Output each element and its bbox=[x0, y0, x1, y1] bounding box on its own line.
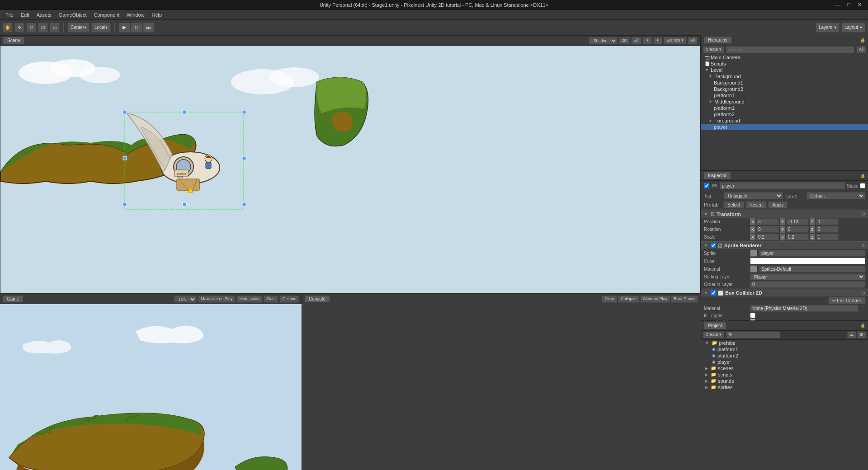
project-grid-btn[interactable]: ⊞ bbox=[857, 331, 866, 338]
hierarchy-item-player[interactable]: player bbox=[701, 124, 868, 130]
project-item-sprites[interactable]: ▶ 📁 sprites bbox=[701, 384, 868, 390]
rot-x-input[interactable] bbox=[756, 226, 779, 233]
project-item-platform1[interactable]: ◆ platform1 bbox=[701, 346, 868, 352]
layer-dropdown[interactable]: Default bbox=[807, 192, 866, 199]
menu-gameobject[interactable]: GameObject bbox=[55, 11, 90, 19]
static-checkbox[interactable] bbox=[860, 183, 865, 188]
box-collider-header[interactable]: ▼ ⬜ Box Collider 2D ⚙ bbox=[701, 289, 868, 296]
maximize-btn[interactable]: □ bbox=[844, 2, 853, 8]
scene-tab[interactable]: Scene bbox=[3, 37, 24, 44]
apply-btn[interactable]: Apply bbox=[768, 201, 788, 208]
scale-tool-btn[interactable]: ⊡ bbox=[38, 23, 48, 33]
rot-z-input[interactable] bbox=[816, 226, 839, 233]
hierarchy-item-scripts[interactable]: 📄 Scripts bbox=[701, 61, 868, 67]
hierarchy-item-middleground[interactable]: ▼ Middleground bbox=[701, 99, 868, 105]
transform-header[interactable]: ▼ ⊞ Transform ⚙ bbox=[701, 210, 868, 218]
revert-btn[interactable]: Revert bbox=[745, 201, 767, 208]
close-btn[interactable]: ✕ bbox=[855, 2, 864, 8]
game-gizmos-btn[interactable]: Gizmos bbox=[279, 296, 299, 303]
audio-btn[interactable]: 🔊 bbox=[631, 37, 642, 44]
rect-tool-btn[interactable]: ▭ bbox=[50, 23, 60, 33]
is-trigger-checkbox[interactable] bbox=[750, 313, 755, 318]
object-enabled-checkbox[interactable] bbox=[704, 183, 709, 188]
pivot-dropdown[interactable]: Center ▾ bbox=[67, 23, 90, 33]
project-item-platform2[interactable]: ◆ platform2 bbox=[701, 352, 868, 359]
hierarchy-search[interactable] bbox=[726, 46, 854, 53]
hierarchy-all-btn[interactable]: All bbox=[856, 46, 866, 53]
shading-dropdown[interactable]: Shaded bbox=[589, 37, 618, 44]
collider-material-field[interactable] bbox=[750, 305, 859, 312]
order-in-layer-field[interactable] bbox=[750, 281, 865, 288]
lights-btn[interactable]: ☀ bbox=[643, 37, 652, 44]
project-item-sounds[interactable]: ▶ 📁 sounds bbox=[701, 378, 868, 384]
tag-dropdown[interactable]: Untagged bbox=[724, 192, 783, 199]
move-tool-btn[interactable]: ✛ bbox=[14, 23, 24, 33]
step-button[interactable]: ⏭ bbox=[143, 23, 155, 33]
minimize-btn[interactable]: — bbox=[832, 2, 843, 8]
2d-toggle[interactable]: 2D bbox=[619, 37, 630, 44]
layout-dropdown[interactable]: Layout ▾ bbox=[841, 23, 865, 33]
clear-on-play-btn[interactable]: Clear on Play bbox=[640, 296, 670, 303]
color-swatch[interactable] bbox=[750, 258, 865, 264]
collapse-btn[interactable]: Collapse bbox=[618, 296, 639, 303]
scene-canvas-area[interactable]: TAPOU MAG ! bbox=[0, 46, 700, 293]
aspect-dropdown[interactable]: 16:9 bbox=[174, 296, 197, 303]
sprite-renderer-header[interactable]: ▼ 🖼 Sprite Renderer ⚙ bbox=[701, 241, 868, 249]
sprite-renderer-enabled[interactable] bbox=[711, 243, 716, 248]
hierarchy-item-platform1-bg[interactable]: platform1 bbox=[701, 92, 868, 99]
gizmos-btn[interactable]: Gizmos ▾ bbox=[664, 37, 686, 44]
scene-canvas[interactable]: TAPOU MAG ! bbox=[0, 46, 700, 293]
menu-window[interactable]: Window bbox=[123, 11, 148, 19]
sorting-layer-dropdown[interactable]: Player bbox=[750, 273, 865, 280]
hierarchy-item-level[interactable]: ▼ Level bbox=[701, 67, 868, 73]
hierarchy-item-foreground[interactable]: ▼ Foreground bbox=[701, 118, 868, 124]
menu-help[interactable]: Help bbox=[148, 11, 165, 19]
menu-component[interactable]: Component bbox=[90, 11, 123, 19]
menu-edit[interactable]: Edit bbox=[17, 11, 33, 19]
fx-btn[interactable]: ✦ bbox=[653, 37, 662, 44]
box-collider-settings[interactable]: ⚙ bbox=[861, 291, 865, 296]
pause-button[interactable]: ⏸ bbox=[131, 23, 142, 33]
box-collider-enabled[interactable] bbox=[711, 290, 716, 296]
select-btn[interactable]: Select bbox=[723, 201, 744, 208]
clear-btn[interactable]: Clear bbox=[602, 296, 617, 303]
pos-y-input[interactable] bbox=[786, 218, 809, 225]
menu-file[interactable]: File bbox=[2, 11, 17, 19]
sprite-renderer-settings[interactable]: ⚙ bbox=[861, 243, 865, 248]
menu-assets[interactable]: Assets bbox=[33, 11, 55, 19]
collider-material-dots[interactable]: ⋮ bbox=[860, 306, 865, 311]
hierarchy-item-bg2[interactable]: Background2 bbox=[701, 86, 868, 92]
scale-z-input[interactable] bbox=[816, 234, 839, 240]
project-item-scripts[interactable]: ▶ 📁 scripts bbox=[701, 371, 868, 378]
transform-settings-icon[interactable]: ⚙ bbox=[861, 212, 865, 216]
scene-all-btn[interactable]: All bbox=[688, 37, 698, 44]
error-pause-btn[interactable]: Error Pause bbox=[671, 296, 698, 303]
layers-dropdown[interactable]: Layers ▾ bbox=[816, 23, 840, 33]
hierarchy-create-btn[interactable]: Create ▾ bbox=[703, 46, 724, 53]
play-button[interactable]: ▶ bbox=[118, 23, 130, 33]
project-item-prefabs[interactable]: ▼ 📁 prefabs bbox=[701, 340, 868, 346]
hierarchy-item-background[interactable]: ▼ Background bbox=[701, 73, 868, 80]
maximize-on-play-btn[interactable]: Maximize on Play bbox=[198, 296, 236, 303]
scale-x-input[interactable] bbox=[756, 234, 779, 240]
edit-collider-btn[interactable]: ✏ Edit Collider bbox=[828, 297, 865, 304]
hierarchy-item-platform1-mg[interactable]: platform1 bbox=[701, 105, 868, 111]
hierarchy-item-main-camera[interactable]: 📷 Main Camera bbox=[701, 54, 868, 61]
project-create-btn[interactable]: Create ▾ bbox=[703, 331, 724, 338]
material-field[interactable] bbox=[759, 266, 865, 273]
rot-y-input[interactable] bbox=[786, 226, 809, 233]
sprite-field[interactable] bbox=[759, 250, 865, 257]
project-search[interactable] bbox=[726, 331, 780, 338]
scale-y-input[interactable] bbox=[786, 234, 809, 240]
space-dropdown[interactable]: Local ▾ bbox=[91, 23, 111, 33]
project-tab[interactable]: Project bbox=[704, 322, 726, 329]
hierarchy-item-bg1[interactable]: Background1 bbox=[701, 80, 868, 86]
project-item-player-prefab[interactable]: ◆ player bbox=[701, 359, 868, 365]
mute-audio-btn[interactable]: Mute audio bbox=[236, 296, 262, 303]
game-tab[interactable]: Game bbox=[3, 296, 23, 302]
stats-btn[interactable]: Stats bbox=[264, 296, 278, 303]
inspector-tab[interactable]: Inspector bbox=[704, 172, 731, 179]
pos-z-input[interactable] bbox=[816, 218, 839, 225]
console-tab[interactable]: Console bbox=[305, 296, 330, 302]
hierarchy-item-platform2-mg[interactable]: platform2 bbox=[701, 111, 868, 118]
